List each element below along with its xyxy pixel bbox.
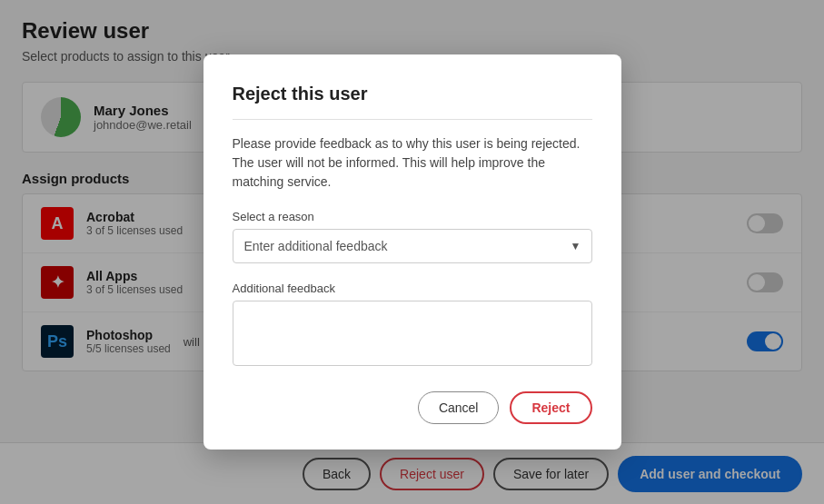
- feedback-label: Additional feedback: [233, 282, 592, 295]
- select-reason-dropdown[interactable]: Enter additional feedback Not a good fit…: [233, 229, 592, 263]
- reject-modal: Reject this user Please provide feedback…: [204, 54, 621, 450]
- cancel-button[interactable]: Cancel: [418, 391, 500, 424]
- feedback-textarea[interactable]: [233, 301, 592, 366]
- select-reason-label: Select a reason: [233, 210, 592, 223]
- modal-overlay: Reject this user Please provide feedback…: [0, 0, 824, 504]
- select-reason-wrapper: Enter additional feedback Not a good fit…: [233, 229, 592, 263]
- modal-description: Please provide feedback as to why this u…: [233, 134, 592, 192]
- modal-title: Reject this user: [233, 84, 592, 120]
- reject-button[interactable]: Reject: [510, 391, 591, 424]
- modal-actions: Cancel Reject: [233, 391, 592, 424]
